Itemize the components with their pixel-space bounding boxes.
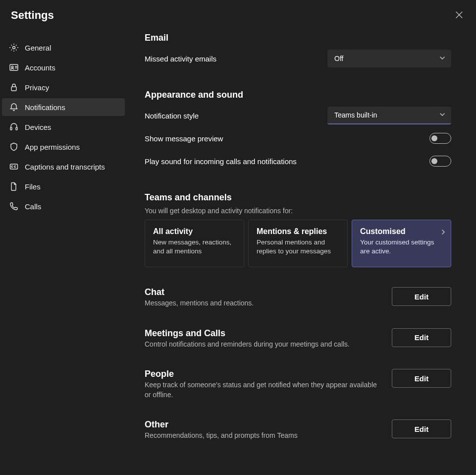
- card-desc: Personal mentions and replies to your me…: [257, 238, 339, 256]
- svg-point-2: [11, 66, 13, 68]
- shield-icon: [9, 142, 19, 152]
- sidebar-item-label: Calls: [25, 202, 41, 211]
- sidebar-item-calls[interactable]: Calls: [2, 197, 125, 215]
- card-title: Customised: [360, 227, 443, 236]
- headset-icon: [9, 122, 19, 132]
- section-desc-people: Keep track of someone's status and get n…: [145, 380, 382, 400]
- select-value: Teams built-in: [334, 111, 377, 119]
- section-title-teams-channels: Teams and channels: [145, 192, 451, 203]
- svg-rect-4: [10, 127, 12, 130]
- section-title-meetings: Meetings and Calls: [145, 328, 382, 339]
- section-desc-chat: Messages, mentions and reactions.: [145, 298, 382, 308]
- sidebar-item-accounts[interactable]: Accounts: [2, 59, 125, 76]
- card-mentions-replies[interactable]: Mentions & replies Personal mentions and…: [248, 220, 348, 267]
- lock-icon: [9, 82, 19, 92]
- label-notification-style: Notification style: [145, 112, 199, 120]
- chevron-right-icon: [441, 228, 446, 236]
- sidebar-item-app-permissions[interactable]: App permissions: [2, 138, 125, 156]
- edit-button-people[interactable]: Edit: [392, 369, 451, 388]
- id-card-icon: [9, 62, 19, 72]
- label-missed-activity-emails: Missed activity emails: [145, 55, 216, 63]
- sidebar-item-label: Captions and transcripts: [25, 163, 105, 171]
- edit-button-meetings[interactable]: Edit: [392, 328, 451, 347]
- phone-icon: [9, 201, 19, 211]
- sidebar-item-devices[interactable]: Devices: [2, 118, 125, 136]
- sidebar-item-label: Files: [25, 182, 41, 191]
- sidebar-item-captions-transcripts[interactable]: Captions and transcripts: [2, 158, 125, 176]
- sidebar-item-notifications[interactable]: Notifications: [2, 98, 125, 116]
- sidebar-item-privacy[interactable]: Privacy: [2, 78, 125, 96]
- sidebar-item-label: Devices: [25, 123, 51, 131]
- page-title: Settings: [11, 9, 54, 22]
- svg-rect-5: [16, 127, 17, 130]
- card-desc: New messages, reactions, and all mention…: [153, 238, 236, 256]
- gear-icon: [9, 43, 19, 53]
- file-icon: [9, 181, 19, 191]
- sidebar-item-label: Privacy: [25, 83, 49, 92]
- select-notification-style[interactable]: Teams built-in: [327, 107, 451, 124]
- section-title-people: People: [145, 369, 382, 379]
- sidebar-item-label: General: [25, 44, 51, 52]
- bell-icon: [9, 102, 19, 112]
- sidebar: General Accounts Privacy Notifications D: [0, 27, 127, 473]
- label-show-message-preview: Show message preview: [145, 134, 223, 143]
- cc-icon: [9, 162, 19, 172]
- section-title-chat: Chat: [145, 287, 382, 297]
- section-desc-meetings: Control notifications and reminders duri…: [145, 340, 382, 350]
- sidebar-item-files[interactable]: Files: [2, 178, 125, 195]
- select-value: Off: [334, 55, 343, 62]
- sidebar-item-label: Accounts: [25, 63, 55, 72]
- close-button[interactable]: [453, 9, 465, 21]
- label-play-sound: Play sound for incoming calls and notifi…: [145, 157, 297, 166]
- card-title: Mentions & replies: [257, 227, 339, 236]
- close-icon: [455, 11, 463, 19]
- card-customised[interactable]: Customised Your customised settings are …: [352, 220, 451, 267]
- toggle-show-message-preview[interactable]: [429, 133, 451, 144]
- chevron-down-icon: [439, 55, 445, 62]
- sidebar-item-label: Notifications: [25, 103, 65, 112]
- main-content: Email Missed activity emails Off Appeara…: [127, 27, 476, 473]
- select-missed-activity-emails[interactable]: Off: [327, 50, 451, 67]
- section-subtitle-teams-channels: You will get desktop and activity notifi…: [145, 207, 451, 215]
- section-desc-other: Recommendations, tips, and prompts from …: [145, 431, 382, 441]
- sidebar-item-general[interactable]: General: [2, 39, 125, 57]
- card-all-activity[interactable]: All activity New messages, reactions, an…: [145, 220, 244, 267]
- edit-button-chat[interactable]: Edit: [392, 287, 451, 306]
- section-title-email: Email: [145, 33, 451, 43]
- svg-point-0: [13, 47, 15, 49]
- svg-rect-3: [11, 87, 16, 91]
- card-desc: Your customised settings are active.: [360, 238, 443, 256]
- section-title-other: Other: [145, 419, 382, 430]
- chevron-down-icon: [439, 111, 445, 119]
- svg-rect-1: [10, 64, 18, 70]
- toggle-play-sound[interactable]: [429, 156, 451, 167]
- section-title-appearance: Appearance and sound: [145, 90, 451, 100]
- card-title: All activity: [153, 227, 236, 236]
- sidebar-item-label: App permissions: [25, 143, 80, 151]
- edit-button-other[interactable]: Edit: [392, 419, 451, 438]
